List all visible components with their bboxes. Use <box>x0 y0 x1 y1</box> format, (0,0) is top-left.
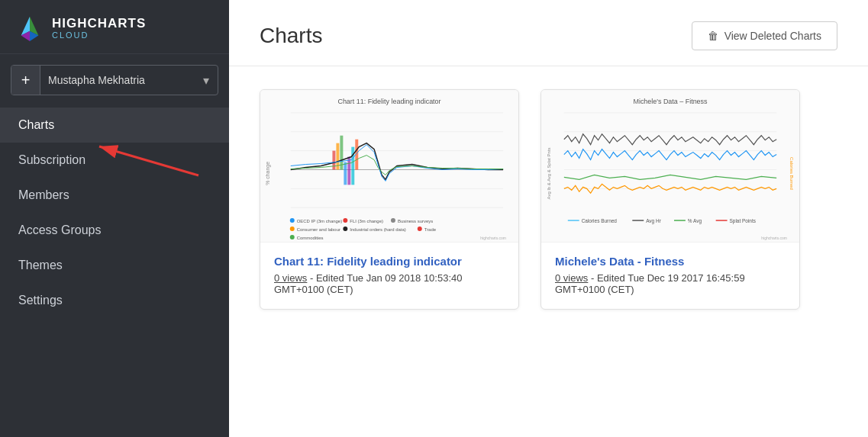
sidebar-item-label: Themes <box>18 259 63 272</box>
sidebar-item-settings[interactable]: Settings <box>0 283 229 318</box>
svg-rect-15 <box>332 151 335 170</box>
svg-text:% change: % change <box>265 162 271 185</box>
svg-rect-18 <box>344 162 347 185</box>
svg-point-32 <box>418 227 422 231</box>
svg-point-26 <box>391 218 395 223</box>
chart-title-link-1[interactable]: Chart 11: Fidelity leading indicator <box>274 255 505 268</box>
sidebar-item-access-groups[interactable]: Access Groups <box>0 213 229 248</box>
svg-text:Commodities: Commodities <box>297 236 324 240</box>
logo-area: HIGHCHARTS CLOUD <box>0 0 229 54</box>
logo-subtitle: CLOUD <box>52 31 146 40</box>
chart-card-1[interactable]: Chart 11: Fidelity leading indicator % c… <box>260 89 519 310</box>
chart-edited-sep-2: - <box>591 272 597 284</box>
sidebar-item-themes[interactable]: Themes <box>0 248 229 283</box>
chart-card-2[interactable]: Michele's Data – Fitness Avg lb & Avg & … <box>540 89 800 310</box>
svg-text:Splat Points: Splat Points <box>730 218 756 224</box>
main-content: Charts 🗑 View Deleted Charts Chart 11: F… <box>229 0 868 437</box>
logo-title: HIGHCHARTS <box>52 17 146 31</box>
account-bar[interactable]: + Mustapha Mekhatria ▾ <box>11 65 218 95</box>
svg-point-30 <box>343 227 347 231</box>
chart-edited-1: - <box>310 272 316 284</box>
svg-text:Calories Burned: Calories Burned <box>582 218 618 223</box>
sidebar-item-members[interactable]: Members <box>0 178 229 213</box>
chart-info-1: Chart 11: Fidelity leading indicator 0 v… <box>260 243 518 309</box>
svg-text:Michele's Data – Fitness: Michele's Data – Fitness <box>633 98 708 105</box>
sidebar-item-subscription[interactable]: Subscription <box>0 143 229 178</box>
svg-point-24 <box>343 218 347 223</box>
logo-text: HIGHCHARTS CLOUD <box>52 17 146 40</box>
page-title: Charts <box>260 24 322 48</box>
view-deleted-label: View Deleted Charts <box>724 30 821 42</box>
svg-text:Business surveys: Business surveys <box>398 219 433 223</box>
logo-icon <box>15 14 44 43</box>
chart-views-2: 0 views <box>555 272 588 284</box>
svg-text:Chart 11: Fidelity leading ind: Chart 11: Fidelity leading indicator <box>337 98 440 105</box>
main-header: Charts 🗑 View Deleted Charts <box>229 0 868 66</box>
svg-text:Industrial orders (hard data): Industrial orders (hard data) <box>350 227 405 232</box>
sidebar-item-label: Settings <box>18 294 63 307</box>
sidebar-item-label: Charts <box>18 118 54 132</box>
view-deleted-charts-button[interactable]: 🗑 View Deleted Charts <box>692 21 837 50</box>
svg-text:highcharts.com: highcharts.com <box>480 236 506 240</box>
trash-icon: 🗑 <box>708 30 718 42</box>
svg-text:Avg Hr: Avg Hr <box>646 218 661 224</box>
account-name: Mustapha Mekhatria <box>40 74 195 86</box>
sidebar-item-label: Members <box>18 188 69 202</box>
svg-text:Avg lb & Avg & Splat Pnts: Avg lb & Avg & Splat Pnts <box>547 147 551 199</box>
svg-rect-19 <box>347 157 350 185</box>
chart-preview-1: Chart 11: Fidelity leading indicator % c… <box>260 90 518 243</box>
sidebar-item-label: Access Groups <box>18 223 101 237</box>
chart-title-link-2[interactable]: Michele's Data - Fitness <box>555 255 786 268</box>
account-chevron-icon[interactable]: ▾ <box>195 66 218 95</box>
sidebar-item-label: Subscription <box>18 153 86 167</box>
svg-point-34 <box>290 235 295 239</box>
chart-views-1: 0 views <box>274 272 307 284</box>
chart-info-2: Michele's Data - Fitness 0 views - Edite… <box>541 243 799 309</box>
chart-preview-2: Michele's Data – Fitness Avg lb & Avg & … <box>541 90 799 243</box>
main-nav: Charts Subscription Members Access Group… <box>0 108 229 437</box>
sidebar: HIGHCHARTS CLOUD + Mustapha Mekhatria ▾ … <box>0 0 229 437</box>
svg-text:Consumer and labour: Consumer and labour <box>297 227 340 232</box>
svg-point-22 <box>290 218 295 223</box>
chart-meta-1: 0 views - Edited Tue Jan 09 2018 10:53:4… <box>274 272 505 295</box>
svg-text:Trade: Trade <box>424 227 437 232</box>
svg-text:OECD IP (3m change): OECD IP (3m change) <box>297 219 342 223</box>
svg-text:FLI (3m change): FLI (3m change) <box>350 219 383 223</box>
svg-text:highcharts.com: highcharts.com <box>761 236 787 240</box>
chart-meta-2: 0 views - Edited Tue Dec 19 2017 16:45:5… <box>555 272 786 295</box>
svg-point-28 <box>290 227 295 231</box>
account-add-button[interactable]: + <box>11 66 40 95</box>
svg-text:% Avg: % Avg <box>688 218 702 224</box>
svg-text:Calories Burned: Calories Burned <box>789 157 794 190</box>
charts-grid: Chart 11: Fidelity leading indicator % c… <box>229 66 868 333</box>
sidebar-item-charts[interactable]: Charts <box>0 108 229 143</box>
chart-svg-2: Michele's Data – Fitness Avg lb & Avg & … <box>541 90 799 242</box>
chart-svg-1: Chart 11: Fidelity leading indicator % c… <box>260 90 518 242</box>
